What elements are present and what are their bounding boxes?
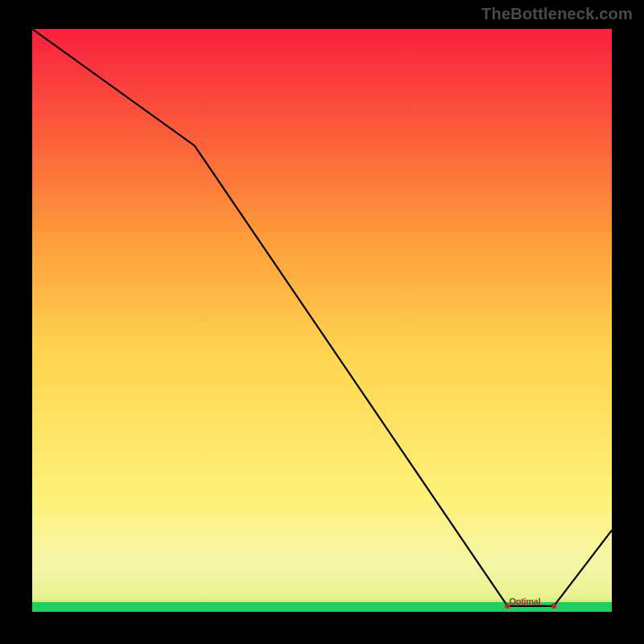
plot-area: Optimal [32, 29, 612, 612]
chart-frame: TheBottleneck.com Optimal [0, 0, 644, 644]
line-chart-svg: Optimal [32, 29, 612, 612]
watermark-text: TheBottleneck.com [481, 5, 633, 23]
optimal-marker-right [551, 604, 556, 609]
optimal-annotation: Optimal [510, 597, 541, 606]
bottleneck-curve [32, 29, 612, 606]
